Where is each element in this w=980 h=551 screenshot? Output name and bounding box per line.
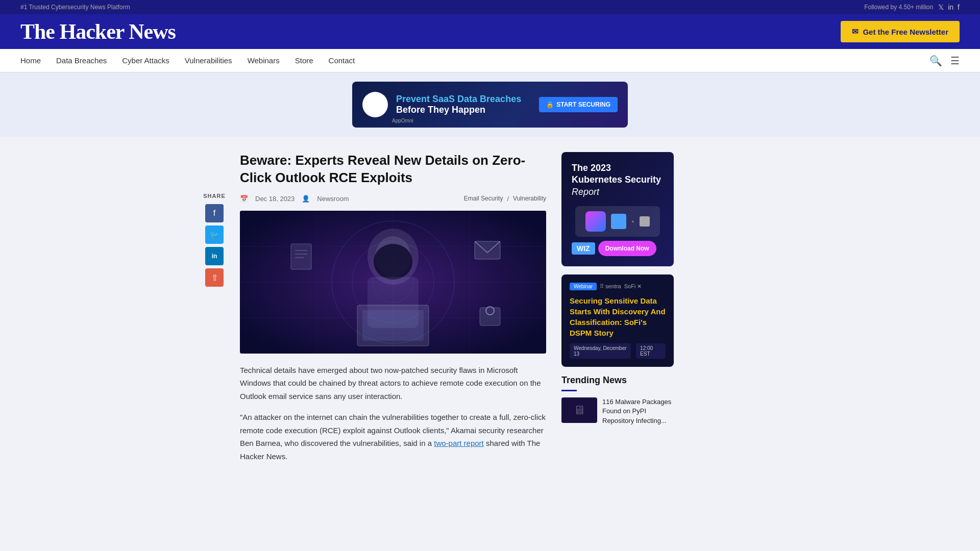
ad1-logos: WIZ Download Now xyxy=(572,241,664,256)
trending-item-1[interactable]: 🖥 116 Malware Packages Found on PyPI Rep… xyxy=(561,397,674,425)
linkedin-icon[interactable]: in xyxy=(948,3,953,11)
article-hero-image xyxy=(240,211,546,354)
article-tags: Email Security / Vulnerability xyxy=(464,195,546,203)
gear-icon: ⚙ xyxy=(370,98,380,111)
article-paragraph-2: "An attacker on the internet can chain t… xyxy=(240,411,546,463)
ad1-download-button[interactable]: Download Now xyxy=(598,241,656,256)
nav-links: Home Data Breaches Cyber Attacks Vulnera… xyxy=(20,49,355,72)
nav-data-breaches[interactable]: Data Breaches xyxy=(56,49,107,72)
calendar-icon: 📅 xyxy=(240,195,248,203)
facebook-icon[interactable]: f xyxy=(958,3,960,11)
trending-thumb-icon-1: 🖥 xyxy=(573,403,585,417)
article-meta: 📅 Dec 18, 2023 👤 Newsroom Email Security… xyxy=(240,195,546,203)
sentra-logo: ⠿ sentra xyxy=(600,283,621,290)
lock-icon: 🔒 xyxy=(546,101,554,108)
nav-actions: 🔍 ☰ xyxy=(929,55,960,67)
banner-line1: Prevent SaaS Data Breaches xyxy=(396,94,531,105)
banner-cta-button[interactable]: 🔒 START SECURING xyxy=(539,97,618,112)
article-body: Technical details have emerged about two… xyxy=(240,364,546,463)
followers-text: Followed by 4.50+ million xyxy=(864,4,933,11)
search-icon[interactable]: 🔍 xyxy=(929,55,942,67)
nav-home[interactable]: Home xyxy=(20,49,41,72)
webinar-badge: Webinar xyxy=(570,283,597,290)
nav-contact[interactable]: Contact xyxy=(329,49,355,72)
nav-webinars[interactable]: Webinars xyxy=(248,49,280,72)
appomni-label: AppOmni xyxy=(392,118,413,123)
article-date: Dec 18, 2023 xyxy=(255,195,295,203)
top-bar: #1 Trusted Cybersecurity News Platform F… xyxy=(0,0,980,14)
share-twitter-button[interactable]: 🐦 xyxy=(205,226,224,244)
appomni-logo-icon: ⚙ xyxy=(362,92,388,117)
ad-wiz-kubernetes[interactable]: The 2023 Kubernetes Security Report + WI… xyxy=(561,152,674,266)
nav-cyber-attacks[interactable]: Cyber Attacks xyxy=(122,49,169,72)
share-facebook-button[interactable]: f xyxy=(205,204,224,222)
tag-vulnerability[interactable]: Vulnerability xyxy=(513,195,546,203)
article-section: Beware: Experts Reveal New Details on Ze… xyxy=(240,152,546,471)
webinar-time: 12:00 EST xyxy=(636,343,666,359)
banner-line2: Before They Happen xyxy=(396,105,531,115)
svg-rect-19 xyxy=(291,244,311,269)
menu-icon[interactable]: ☰ xyxy=(950,55,960,67)
webinar-badges: Webinar ⠿ sentra SoFi ✕ xyxy=(570,283,666,290)
tag-email-security[interactable]: Email Security xyxy=(464,195,503,203)
sidebar-right: The 2023 Kubernetes Security Report + WI… xyxy=(561,152,674,471)
article-meta-left: 📅 Dec 18, 2023 👤 Newsroom xyxy=(240,195,349,203)
banner-area: ⚙ Prevent SaaS Data Breaches Before They… xyxy=(0,72,980,137)
article-author: Newsroom xyxy=(317,195,349,203)
header: The Hacker News ✉ Get the Free Newslette… xyxy=(0,14,980,49)
author-icon: 👤 xyxy=(302,195,310,203)
nav-store[interactable]: Store xyxy=(295,49,313,72)
tagline: #1 Trusted Cybersecurity News Platform xyxy=(20,4,130,11)
two-part-report-link[interactable]: two-part report xyxy=(434,439,484,447)
newsletter-button[interactable]: ✉ Get the Free Newsletter xyxy=(841,21,960,42)
share-sidebar: SHARE f 🐦 in ⇧ xyxy=(204,152,225,471)
svg-point-12 xyxy=(374,244,412,280)
share-label: SHARE xyxy=(203,193,226,199)
sofi-logo: SoFi ✕ xyxy=(624,283,642,290)
site-logo[interactable]: The Hacker News xyxy=(20,19,176,44)
ad-sentra-sofi[interactable]: Webinar ⠿ sentra SoFi ✕ Securing Sensiti… xyxy=(561,274,674,367)
wiz-logo: WIZ xyxy=(572,242,595,255)
share-other-button[interactable]: ⇧ xyxy=(205,268,224,287)
top-bar-right: Followed by 4.50+ million 𝕏 in f xyxy=(864,3,960,11)
webinar-date-info: Wednesday, December 13 12:00 EST xyxy=(570,343,666,359)
main-layout: SHARE f 🐦 in ⇧ Beware: Experts Reveal Ne… xyxy=(184,137,796,486)
trending-thumb-1: 🖥 xyxy=(561,397,597,423)
banner-text: Prevent SaaS Data Breaches Before They H… xyxy=(396,94,531,115)
main-nav: Home Data Breaches Cyber Attacks Vulnera… xyxy=(0,49,980,72)
ad1-title: The 2023 Kubernetes Security Report xyxy=(572,162,664,198)
svg-rect-16 xyxy=(480,308,500,325)
twitter-icon[interactable]: 𝕏 xyxy=(938,3,944,11)
share-linkedin-button[interactable]: in xyxy=(205,247,224,265)
trending-title: Trending News xyxy=(561,375,674,386)
ad2-title: Securing Sensitive Data Starts With Disc… xyxy=(570,295,666,338)
trending-item-text-1: 116 Malware Packages Found on PyPI Repos… xyxy=(602,397,674,425)
newsletter-label: Get the Free Newsletter xyxy=(863,28,948,36)
envelope-icon: ✉ xyxy=(852,27,859,36)
banner-highlight: SaaS Data Breaches xyxy=(432,94,521,104)
social-icons: 𝕏 in f xyxy=(938,3,960,11)
svg-rect-18 xyxy=(475,241,500,259)
svg-rect-15 xyxy=(362,310,424,341)
nav-vulnerabilities[interactable]: Vulnerabilities xyxy=(185,49,232,72)
ad-banner[interactable]: ⚙ Prevent SaaS Data Breaches Before They… xyxy=(352,82,628,128)
trending-news-section: Trending News 🖥 116 Malware Packages Fou… xyxy=(561,375,674,425)
trending-underline xyxy=(561,390,577,391)
article-title: Beware: Experts Reveal New Details on Ze… xyxy=(240,152,546,187)
article-paragraph-1: Technical details have emerged about two… xyxy=(240,364,546,403)
webinar-date: Wednesday, December 13 xyxy=(570,343,631,359)
